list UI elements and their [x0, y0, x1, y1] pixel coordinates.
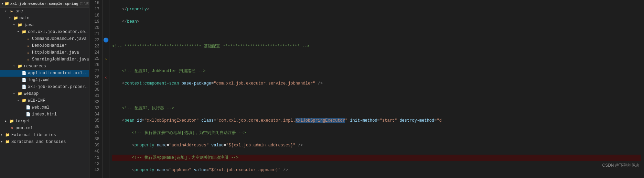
code-line-22: <context:component-scan base-package="co…: [112, 80, 641, 87]
code-line-19: <!-- ******************************* 基础配…: [112, 43, 641, 49]
appctx-label: applicationcontext-xxl-job.xml: [28, 70, 89, 76]
code-line-27: <property name="adminAddresses" value="$…: [112, 142, 641, 148]
folder-icon-webapp: 📁: [17, 91, 23, 97]
java-icon-demo: ☕: [25, 43, 31, 48]
webxml-label: web.xml: [32, 104, 49, 111]
tree-pom[interactable]: m pom.xml: [0, 125, 89, 132]
log4j-label: log4j.xml: [28, 77, 50, 83]
prop-icon: 📄: [21, 84, 27, 90]
folder-icon-scratches: 📁: [5, 139, 10, 145]
code-scroll[interactable]: 16 17 18 19 20 21 22 23 24 25 26 27 28 2…: [89, 0, 644, 178]
tree-target[interactable]: ▶ 📁 target: [0, 118, 89, 125]
tree-webapp[interactable]: ▾ 📁 webapp: [0, 90, 89, 97]
folder-icon-java: 📁: [17, 22, 23, 28]
java-icon-http: ☕: [25, 50, 31, 55]
arrow-target: ▶: [5, 118, 9, 124]
xml-icon-log4j: 📄: [21, 77, 27, 83]
tree-resources[interactable]: ▾ 📁 resources: [0, 63, 89, 70]
tree-HttpJobHandler[interactable]: ☕ HttpJobHandler.java: [0, 49, 89, 56]
demo-label: DemoJobHandler: [32, 43, 67, 49]
extlibs-label: External Libraries: [11, 132, 56, 138]
code-line-20: [112, 56, 641, 62]
tree-scratches[interactable]: ▶ 📁 Scratches and Consoles: [0, 138, 89, 145]
tree-main[interactable]: ▾ 📁 main: [0, 15, 89, 22]
arrow-resources: ▾: [13, 63, 17, 69]
target-label: target: [15, 118, 30, 124]
tree-indexhtml[interactable]: 📄 index.html: [0, 111, 89, 118]
arrow-src: ▾: [5, 8, 9, 14]
project-name: xxl-job-executor-sample-spring: [10, 1, 78, 7]
pkg-label: com.xxl.job.executor.service.jobhandler: [28, 29, 89, 35]
tree-DemoJobHandler[interactable]: ☕ DemoJobHandler: [0, 42, 89, 49]
arrow-main: ▾: [9, 15, 13, 21]
arrow-java-dir: ▾: [13, 22, 17, 28]
code-line-21: <!-- 配置01、JobHandler 扫描路径 -->: [112, 68, 641, 74]
java-icon-cmd: ☕: [25, 36, 31, 42]
code-line-17: </bean>: [112, 19, 641, 25]
tree-webinf[interactable]: ▾ 📁 WEB-INF: [0, 97, 89, 104]
code-line-23: [112, 93, 641, 99]
indexhtml-label: index.html: [32, 111, 57, 118]
webapp-label: webapp: [24, 91, 39, 97]
code-line-18: [112, 31, 641, 37]
scratches-label: Scratches and Consoles: [11, 139, 66, 145]
resources-label: resources: [24, 63, 46, 69]
xml-icon-web: 📄: [25, 105, 31, 110]
project-icon: 📁: [4, 1, 9, 7]
arrow-pkg: ▾: [17, 29, 21, 35]
tree-java-dir[interactable]: ▾ 📁 java: [0, 22, 89, 29]
code-line-24: <!-- 配置02、执行器 -->: [112, 105, 641, 111]
tree-src[interactable]: ▾ ▶ src: [0, 8, 89, 15]
folder-icon-extlibs: 📁: [5, 132, 10, 138]
line-numbers: 16 17 18 19 20 21 22 23 24 25 26 27 28 2…: [89, 0, 103, 178]
arrow-scratches: ▶: [1, 139, 5, 145]
file-tree[interactable]: ▾ 📁 xxl-job-executor-sample-spring C:\Us…: [0, 0, 89, 178]
java-dir-label: java: [24, 22, 34, 28]
gutter-warn-25: ⚠: [105, 57, 107, 61]
folder-icon-pkg: 📁: [21, 29, 27, 35]
code-line-29: <property name="appName" value="${xxl.jo…: [112, 167, 641, 173]
folder-icon-resources: 📁: [17, 64, 23, 69]
tree-ShardingJobHandler[interactable]: ☕ ShardingJobHandler.java: [0, 56, 89, 63]
xxlprop-label: xxl-job-executor.properties: [28, 84, 89, 90]
folder-icon-webinf: 📁: [21, 98, 27, 103]
sharding-label: ShardingJobHandler.java: [32, 56, 89, 63]
code-line-26: <!-- 执行器注册中心地址[选填]，为空则关闭自动注册 -->: [112, 130, 641, 136]
folder-icon-main: 📁: [13, 15, 19, 21]
tree-appctx-xml[interactable]: 📄 applicationcontext-xxl-job.xml: [0, 70, 89, 77]
tree-xxlprop[interactable]: 📄 xxl-job-executor.properties: [0, 84, 89, 90]
java-icon-sharding: ☕: [25, 57, 31, 62]
folder-icon: ▶: [9, 9, 14, 14]
arrow-webapp: ▾: [13, 91, 17, 97]
tree-pkg[interactable]: ▾ 📁 com.xxl.job.executor.service.jobhand…: [0, 29, 89, 35]
xml-icon-appctx: 📄: [21, 70, 27, 76]
arrow-extlibs: ▶: [1, 132, 5, 138]
http-label: HttpJobHandler.java: [32, 49, 79, 56]
gutter: 🔵 ⚠ ✕: [103, 0, 109, 178]
src-label: src: [15, 8, 23, 14]
main-label: main: [20, 15, 30, 21]
tree-log4j[interactable]: 📄 log4j.xml: [0, 77, 89, 84]
code-editor: 16 17 18 19 20 21 22 23 24 25 26 27 28 2…: [89, 0, 644, 178]
webinf-label: WEB-INF: [28, 98, 45, 104]
code-line-28: <!-- 执行器AppName[选填]，为空则关闭自动注册 -->: [112, 155, 641, 161]
pom-icon: m: [9, 125, 14, 131]
pom-label: pom.xml: [15, 125, 33, 131]
code-text[interactable]: </property> </bean> <!-- ***************…: [109, 0, 644, 178]
code-line-16: </property>: [112, 6, 641, 12]
project-root[interactable]: ▾ 📁 xxl-job-executor-sample-spring C:\Us…: [0, 0, 89, 8]
code-line-25: <bean id="xxlJobSpringExecutor" class="c…: [112, 118, 641, 124]
html-icon-index: 📄: [25, 112, 31, 117]
watermark: CSDN @飞翔的佩奇: [602, 163, 640, 168]
project-arrow: ▾: [1, 1, 4, 7]
project-path: C:\Users\lenovo\Desktop\xxl-job-executor…: [80, 1, 89, 7]
tree-webxml[interactable]: 📄 web.xml: [0, 104, 89, 111]
tree-CommandJobHandler[interactable]: ☕ CommandJobHandler.java: [0, 35, 89, 42]
gutter-info-22: 🔵: [103, 37, 109, 43]
arrow-webinf: ▾: [17, 98, 21, 104]
gutter-error-28: ✕: [105, 75, 107, 80]
tree-extlibs[interactable]: ▶ 📁 External Libraries: [0, 132, 89, 138]
cmd-label: CommandJobHandler.java: [32, 36, 86, 42]
folder-icon-target: 📁: [9, 119, 14, 124]
